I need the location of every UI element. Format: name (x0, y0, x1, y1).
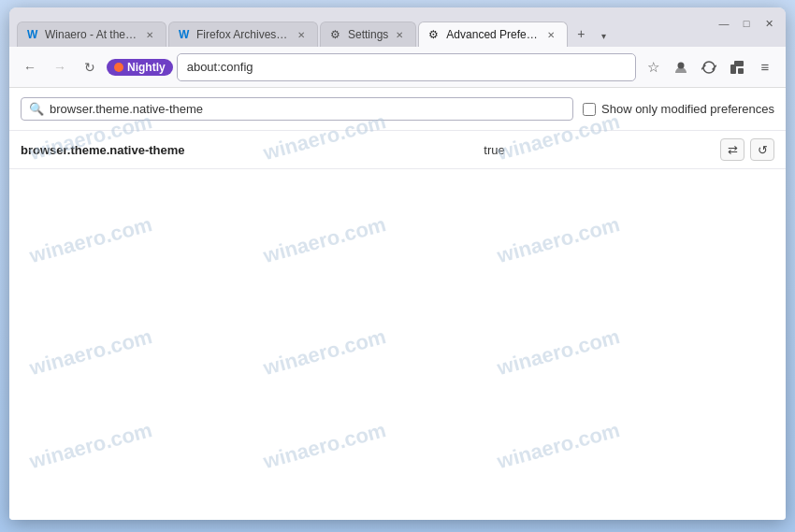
tab-firefox-label: Firefox Archives - Winaer (196, 28, 290, 41)
back-button[interactable]: ← (17, 54, 43, 80)
sync-button[interactable] (696, 54, 722, 80)
tab-winaero-close[interactable]: ✕ (143, 28, 156, 41)
pref-name: browser.theme.native-theme (21, 143, 474, 157)
window-controls: — □ ✕ (715, 15, 778, 32)
minimize-button[interactable]: — (715, 15, 733, 32)
tab-settings-close[interactable]: ✕ (393, 28, 406, 41)
pref-value: true (484, 143, 711, 157)
svg-rect-2 (734, 61, 744, 66)
nightly-label: Nightly (127, 61, 166, 74)
watermark-9: winaero.com (495, 324, 623, 381)
menu-button[interactable]: ≡ (752, 54, 778, 80)
table-row: browser.theme.native-theme true ⇄ ↺ (9, 131, 786, 169)
watermark-12: winaero.com (495, 418, 623, 474)
watermark-6: winaero.com (495, 212, 623, 268)
nightly-badge[interactable]: Nightly (107, 59, 173, 76)
account-button[interactable] (668, 54, 694, 80)
reload-button[interactable]: ↻ (77, 54, 103, 80)
pref-reset-button[interactable]: ↺ (750, 138, 774, 161)
nav-right-icons: ☆ (640, 54, 778, 80)
pref-toggle-button[interactable]: ⇄ (720, 138, 744, 161)
maximize-button[interactable]: □ (737, 15, 756, 32)
tab-firefox-close[interactable]: ✕ (295, 28, 308, 41)
svg-rect-3 (738, 68, 744, 74)
toggle-icon: ⇄ (728, 143, 738, 157)
extensions-button[interactable] (724, 54, 750, 80)
tab-advanced-prefs[interactable]: ⚙ Advanced Preferences ✕ (418, 22, 568, 47)
tab-settings-label: Settings (348, 28, 388, 41)
watermark-7: winaero.com (27, 324, 155, 381)
tab-advanced-prefs-label: Advanced Preferences (446, 28, 540, 41)
tab-firefox-favicon: W (179, 28, 192, 41)
modified-checkbox[interactable] (583, 103, 596, 116)
modified-label: Show only modified preferences (601, 102, 774, 116)
tab-winaero-favicon: W (27, 28, 40, 41)
search-icon: 🔍 (29, 102, 44, 116)
modified-filter: Show only modified preferences (583, 102, 774, 116)
watermark-8: winaero.com (261, 324, 389, 381)
tab-bar: W Winaero - At the edge o ✕ W Firefox Ar… (9, 7, 786, 47)
browser-window: W Winaero - At the edge o ✕ W Firefox Ar… (9, 7, 786, 520)
pref-actions: ⇄ ↺ (720, 138, 774, 161)
tab-dropdown-button[interactable]: ▾ (594, 26, 613, 45)
tab-advanced-prefs-favicon: ⚙ (428, 28, 441, 41)
new-tab-button[interactable]: + (570, 22, 592, 45)
url-bar[interactable] (177, 53, 636, 81)
watermark-11: winaero.com (261, 418, 389, 474)
search-input[interactable] (50, 102, 565, 116)
tab-settings[interactable]: ⚙ Settings ✕ (320, 22, 416, 47)
config-toolbar: 🔍 Show only modified preferences (9, 88, 786, 131)
bookmark-button[interactable]: ☆ (640, 54, 666, 80)
forward-button[interactable]: → (47, 54, 73, 80)
nav-bar: ← → ↻ Nightly ☆ (9, 47, 786, 88)
preference-table: browser.theme.native-theme true ⇄ ↺ (9, 131, 786, 169)
nightly-dot (114, 63, 123, 72)
tab-advanced-prefs-close[interactable]: ✕ (544, 28, 557, 41)
watermark-5: winaero.com (261, 212, 389, 268)
content-area: winaero.com winaero.com winaero.com wina… (9, 88, 786, 520)
tab-winaero-label: Winaero - At the edge o (45, 28, 138, 41)
watermark-4: winaero.com (27, 212, 155, 268)
reset-icon: ↺ (758, 143, 768, 157)
watermark-10: winaero.com (27, 418, 155, 474)
tab-settings-favicon: ⚙ (330, 28, 343, 41)
desktop: W Winaero - At the edge o ✕ W Firefox Ar… (0, 0, 795, 532)
close-button[interactable]: ✕ (759, 15, 778, 32)
tab-winaero[interactable]: W Winaero - At the edge o ✕ (17, 22, 166, 47)
tab-firefox-archives[interactable]: W Firefox Archives - Winaer ✕ (168, 22, 318, 47)
search-box: 🔍 (21, 97, 573, 121)
